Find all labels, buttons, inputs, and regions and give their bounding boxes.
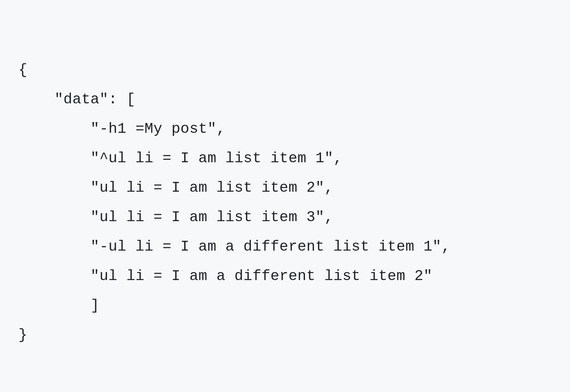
code-line: ] [18, 291, 570, 320]
code-line: "-h1 =My post", [18, 114, 570, 144]
code-line: "ul li = I am list item 3", [18, 202, 570, 232]
code-line: "ul li = I am list item 2", [18, 173, 570, 202]
code-line: "-ul li = I am a different list item 1", [18, 232, 570, 261]
json-code-block: { "data": [ "-h1 =My post", "^ul li = I … [0, 0, 570, 350]
code-line: } [18, 320, 570, 350]
code-line: "ul li = I am a different list item 2" [18, 261, 570, 291]
code-line: "^ul li = I am list item 1", [18, 144, 570, 173]
code-line: { [18, 55, 570, 85]
code-line: "data": [ [18, 85, 570, 114]
